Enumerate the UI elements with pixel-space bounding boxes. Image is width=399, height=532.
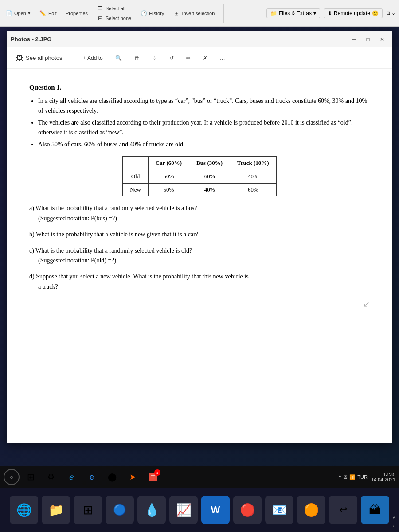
dock-outlook-icon: 📧 bbox=[272, 503, 287, 517]
table-row-old: Old 50% 60% 40% bbox=[123, 170, 276, 183]
edit-doc-button[interactable]: ✏ bbox=[184, 53, 193, 63]
history-button[interactable]: 🕐 History bbox=[138, 9, 166, 18]
dock-orange[interactable]: 🟠 bbox=[297, 496, 325, 524]
edit-icon: ✏️ bbox=[39, 10, 47, 17]
dock-orange-icon: 🟠 bbox=[304, 503, 319, 517]
bullet-2: The vehicles are also classified accordi… bbox=[38, 118, 370, 138]
minimize-button[interactable]: ─ bbox=[348, 35, 360, 44]
clock[interactable]: 13:35 14.04.2021 bbox=[371, 472, 395, 482]
table-header-truck: Truck (10%) bbox=[230, 156, 277, 170]
taskbar-ie[interactable]: e bbox=[82, 468, 101, 486]
clock-time: 13:35 bbox=[371, 472, 395, 477]
clock-date: 14.04.2021 bbox=[371, 477, 395, 482]
open-button[interactable]: 📄 Open ▾ bbox=[4, 9, 32, 18]
heart-icon: ♡ bbox=[152, 55, 157, 61]
tray-caret-icon: ^ bbox=[339, 474, 341, 480]
question-title: Question 1. bbox=[29, 82, 370, 93]
table-header-car: Car (60%) bbox=[148, 156, 189, 170]
part-c-line2: (Suggested notation: P(old) =?) bbox=[29, 256, 370, 266]
document-content: Question 1. In a city all vehicles are c… bbox=[7, 69, 392, 443]
bullet-1: In a city all vehicles are classified ac… bbox=[38, 96, 370, 116]
files-extras-button[interactable]: 📁 Files & Extras ▾ bbox=[266, 8, 320, 18]
probability-table: Car (60%) Bus (30%) Truck (10%) Old 50% … bbox=[122, 156, 276, 196]
refresh-icon: ↺ bbox=[169, 55, 174, 61]
trash-button[interactable]: 🗑 bbox=[132, 53, 142, 63]
part-b-text: b) What is the probability that a vehicl… bbox=[29, 230, 370, 239]
taskbar-edge[interactable]: ℯ bbox=[62, 468, 81, 486]
table-label-old: Old bbox=[123, 170, 149, 183]
taskbar-file-manager[interactable]: ⊞ bbox=[21, 468, 40, 486]
dock-landscape[interactable]: 🏔 bbox=[361, 496, 389, 524]
taskbar-app-t[interactable]: T 1 bbox=[144, 468, 162, 486]
add-to-button[interactable]: + Add to bbox=[80, 53, 105, 63]
see-all-photos-button[interactable]: 🖼 See all photos bbox=[12, 52, 66, 64]
photos-icon: 🖼 bbox=[16, 54, 23, 62]
search-button[interactable]: 🔍 bbox=[113, 53, 125, 63]
dock-apps[interactable]: ⊞ bbox=[74, 496, 102, 524]
dock-activity[interactable]: 📈 bbox=[169, 496, 198, 524]
taskbar-settings[interactable]: ⚙ bbox=[42, 468, 60, 486]
maximize-button[interactable]: □ bbox=[362, 35, 374, 44]
start-button[interactable]: ○ bbox=[4, 469, 20, 485]
taskbar-app1[interactable]: ⬤ bbox=[103, 468, 121, 486]
share-icon: ✗ bbox=[203, 55, 207, 61]
dock-browser-icon: 🔵 bbox=[113, 504, 126, 516]
question-part-b: b) What is the probability that a vehicl… bbox=[29, 230, 370, 239]
bottom-dock: 🌐 📁 ⊞ 🔵 💧 📈 W 🔴 📧 🟠 ↩ bbox=[0, 488, 399, 532]
share-button[interactable]: ✗ bbox=[200, 53, 210, 63]
taskbar-app2-icon: ➤ bbox=[129, 472, 136, 482]
remote-update-button[interactable]: ⬇ Remote update 🙂 bbox=[324, 8, 383, 18]
taskbar-app2[interactable]: ➤ bbox=[123, 468, 142, 486]
select-none-icon: ⊟ bbox=[97, 15, 104, 22]
more-icon: … bbox=[220, 55, 225, 61]
part-a-line2: (Suggested notation: P(bus) =?) bbox=[29, 214, 370, 223]
select-none-button[interactable]: ⊟ Select none bbox=[95, 14, 133, 23]
heart-button[interactable]: ♡ bbox=[149, 53, 160, 63]
dropdown-arrow-icon: ▾ bbox=[313, 10, 316, 16]
dock-files-icon: 📁 bbox=[48, 503, 64, 517]
table-header-empty bbox=[123, 156, 149, 170]
bullet-3: Also 50% of cars, 60% of buses and 40% o… bbox=[38, 140, 370, 149]
dock-back-icon: ↩ bbox=[339, 504, 347, 516]
dock-word-icon: W bbox=[211, 504, 220, 516]
dock-down-arrow[interactable]: ▪ bbox=[392, 524, 395, 528]
ribbon-toolbar: 📄 Open ▾ ✏️ Edit Properties ☰ Select all… bbox=[0, 0, 399, 27]
grid-icon: ⊞ ⌄ bbox=[386, 10, 395, 16]
grid-view-button[interactable]: ⊞ ⌄ bbox=[386, 10, 395, 16]
select-all-icon: ☰ bbox=[97, 5, 104, 12]
table-header-bus: Bus (30%) bbox=[189, 156, 230, 170]
invert-selection-button[interactable]: ⊞ Invert selection bbox=[171, 9, 216, 18]
more-button[interactable]: … bbox=[217, 53, 228, 63]
dock-landscape-icon: 🏔 bbox=[369, 503, 381, 517]
resize-handle[interactable]: ↙ bbox=[29, 298, 370, 311]
tray-network-icon: 🖥 bbox=[343, 474, 348, 480]
ribbon-separator bbox=[223, 4, 224, 23]
dock-up-arrow[interactable]: ^ bbox=[392, 516, 395, 523]
table-label-new: New bbox=[123, 183, 149, 196]
close-button[interactable]: ✕ bbox=[376, 35, 388, 44]
table-old-truck: 40% bbox=[230, 170, 277, 183]
part-d-line1: d) Suppose that you select a new vehicle… bbox=[29, 272, 370, 282]
files-icon: 📁 bbox=[270, 10, 277, 16]
table-old-bus: 60% bbox=[189, 170, 230, 183]
tray-wifi-icon: 📶 bbox=[349, 474, 356, 480]
dock-word[interactable]: W bbox=[201, 496, 230, 524]
question-part-a: a) What is the probability that a random… bbox=[29, 203, 370, 223]
dock-chrome[interactable]: 🌐 bbox=[10, 496, 38, 524]
dock-browser[interactable]: 🔵 bbox=[106, 496, 134, 524]
dock-outlook[interactable]: 📧 bbox=[265, 496, 293, 524]
add-to-label: + Add to bbox=[83, 55, 102, 61]
dock-back[interactable]: ↩ bbox=[329, 496, 357, 524]
desktop: Free license (non-co 📄 Open ▾ ✏️ Edit Pr… bbox=[0, 0, 399, 532]
smiley-icon: 🙂 bbox=[372, 10, 379, 16]
properties-button[interactable]: Properties bbox=[64, 10, 90, 17]
dock-red-app[interactable]: 🔴 bbox=[233, 496, 262, 524]
refresh-button[interactable]: ↺ bbox=[167, 53, 176, 63]
edit-button[interactable]: ✏️ Edit bbox=[38, 9, 59, 18]
open-icon: 📄 bbox=[5, 10, 12, 17]
dock-files[interactable]: 📁 bbox=[42, 496, 70, 524]
select-all-button[interactable]: ☰ Select all bbox=[95, 4, 133, 13]
dock-blue-app[interactable]: 💧 bbox=[137, 496, 166, 524]
question-part-d: d) Suppose that you select a new vehicle… bbox=[29, 272, 370, 292]
taskbar-app1-icon: ⬤ bbox=[108, 472, 117, 482]
